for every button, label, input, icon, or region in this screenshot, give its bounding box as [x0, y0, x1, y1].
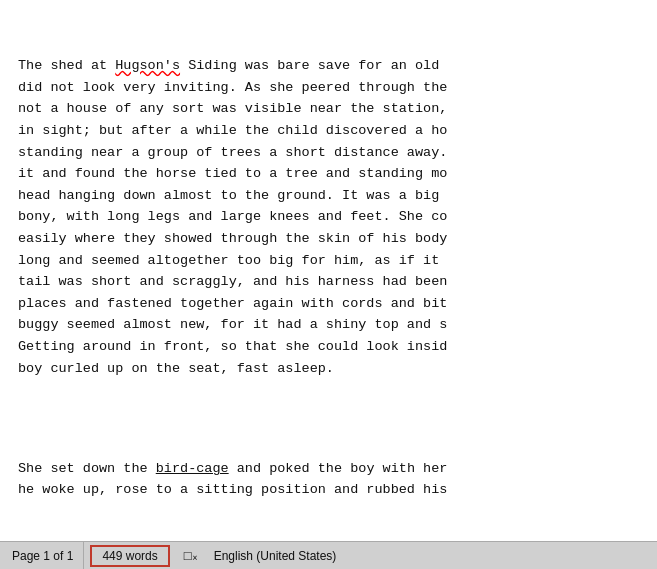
status-bar: Page 1 of 1 449 words □ₓ English (United…: [0, 541, 657, 569]
paragraph-1: The shed at Hugson's Siding was bare sav…: [18, 55, 639, 379]
text-normal: She set down the: [18, 461, 156, 476]
word-count-box[interactable]: 449 words: [90, 545, 169, 567]
paragraph-2: She set down the bird-cage and poked the…: [18, 458, 639, 501]
text-normal: The shed at: [18, 58, 115, 73]
language-indicator[interactable]: English (United States): [206, 549, 345, 563]
word-count-label: 449 words: [102, 549, 157, 563]
proper-noun-hugson: Hugson's: [115, 58, 180, 73]
page-indicator: Page 1 of 1: [8, 542, 84, 569]
text-normal: Siding was bare save for an old did not …: [18, 58, 447, 375]
page-label: Page 1 of 1: [12, 549, 73, 563]
link-bird-cage[interactable]: bird-cage: [156, 461, 229, 476]
track-changes-icon: □ₓ: [176, 548, 206, 563]
language-label: English (United States): [214, 549, 337, 563]
document-content[interactable]: The shed at Hugson's Siding was bare sav…: [0, 0, 657, 541]
